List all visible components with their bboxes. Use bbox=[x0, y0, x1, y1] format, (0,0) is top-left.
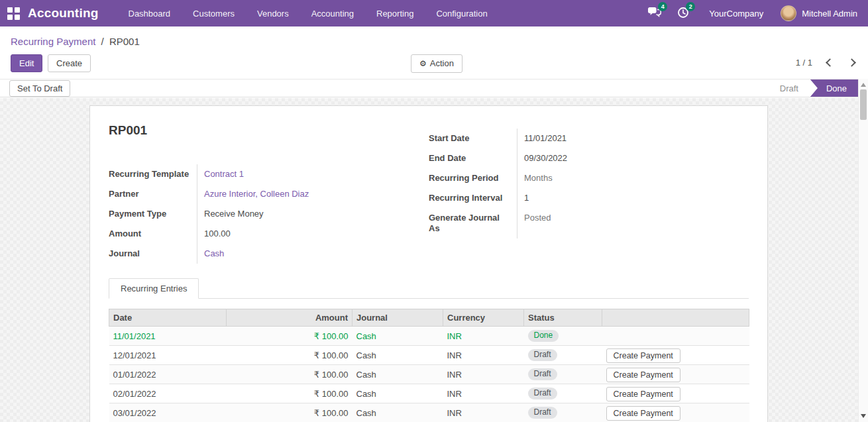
field-value-payment-type: Receive Money bbox=[197, 204, 427, 224]
apps-menu-button[interactable] bbox=[0, 0, 27, 26]
control-panel-buttons: Edit Create ⚙Action 1 / 1 bbox=[11, 54, 857, 73]
field-label-end-date: End Date bbox=[429, 148, 517, 168]
cell-currency: INR bbox=[443, 365, 524, 384]
field-label-recurring-interval: Recurring Interval bbox=[429, 188, 517, 208]
edit-button[interactable]: Edit bbox=[11, 54, 42, 72]
cell-date: 11/01/2021 bbox=[109, 327, 227, 346]
top-navbar: Accounting Dashboard Customers Vendors A… bbox=[0, 0, 868, 26]
cell-actions: Create Payment bbox=[602, 365, 749, 384]
app-brand[interactable]: Accounting bbox=[28, 6, 99, 21]
pager: 1 / 1 bbox=[796, 58, 855, 68]
cell-amount: ₹ 100.00 bbox=[227, 327, 353, 346]
tab-recurring-entries[interactable]: Recurring Entries bbox=[109, 278, 199, 299]
table-row[interactable]: 03/01/2022 ₹ 100.00 Cash INR Draft Creat… bbox=[109, 403, 749, 422]
menu-accounting[interactable]: Accounting bbox=[300, 0, 365, 26]
field-label-start-date: Start Date bbox=[429, 129, 517, 148]
table-row[interactable]: 11/01/2021 ₹ 100.00 Cash INR Done bbox=[109, 327, 749, 346]
column-header-journal[interactable]: Journal bbox=[353, 309, 443, 327]
breadcrumb-parent-link[interactable]: Recurring Payment bbox=[11, 36, 95, 47]
form-sheet: RP001 Recurring Template Contract 1 Part… bbox=[89, 105, 768, 422]
create-payment-button[interactable]: Create Payment bbox=[606, 368, 680, 382]
user-avatar bbox=[781, 5, 796, 21]
table-row[interactable]: 12/01/2021 ₹ 100.00 Cash INR Draft Creat… bbox=[109, 346, 749, 365]
breadcrumb: Recurring Payment / RP001 bbox=[11, 34, 857, 50]
messages-button[interactable]: 4 bbox=[647, 7, 661, 20]
messages-count-badge: 4 bbox=[658, 2, 667, 11]
field-value-end-date: 09/30/2022 bbox=[517, 148, 747, 168]
gear-icon: ⚙ bbox=[419, 59, 427, 68]
menu-dashboard[interactable]: Dashboard bbox=[117, 0, 182, 26]
user-name: Mitchell Admin bbox=[802, 9, 857, 19]
column-header-currency[interactable]: Currency bbox=[443, 309, 524, 327]
column-header-amount[interactable]: Amount bbox=[227, 309, 353, 327]
scroll-down-arrow-icon[interactable] bbox=[861, 414, 866, 418]
field-label-generate-journal-as: Generate Journal As bbox=[429, 208, 517, 238]
cell-status: Draft bbox=[524, 346, 602, 365]
cell-status: Draft bbox=[524, 384, 602, 403]
field-value-recurring-template[interactable]: Contract 1 bbox=[197, 164, 427, 184]
pager-next-button chevron-right-icon[interactable] bbox=[847, 58, 856, 67]
cell-journal: Cash bbox=[353, 365, 443, 384]
scroll-up-arrow-icon[interactable] bbox=[861, 83, 866, 87]
status-badge: Draft bbox=[528, 349, 557, 361]
field-value-journal[interactable]: Cash bbox=[197, 244, 427, 264]
table-row[interactable]: 02/01/2022 ₹ 100.00 Cash INR Draft Creat… bbox=[109, 384, 749, 403]
create-payment-button[interactable]: Create Payment bbox=[606, 348, 680, 363]
pager-previous-button chevron-left-icon[interactable] bbox=[826, 58, 834, 67]
form-view-background: RP001 Recurring Template Contract 1 Part… bbox=[0, 98, 858, 422]
activities-count-badge: 2 bbox=[686, 2, 695, 11]
menu-configuration[interactable]: Configuration bbox=[425, 0, 498, 26]
menu-vendors[interactable]: Vendors bbox=[246, 0, 300, 26]
company-switcher[interactable]: YourCompany bbox=[709, 9, 763, 19]
main-menu: Dashboard Customers Vendors Accounting R… bbox=[117, 0, 499, 26]
status-badge: Draft bbox=[528, 388, 557, 399]
field-value-recurring-period: Months bbox=[517, 168, 747, 188]
create-button[interactable]: Create bbox=[48, 54, 91, 72]
cell-journal: Cash bbox=[353, 403, 443, 422]
table-row[interactable]: 01/01/2022 ₹ 100.00 Cash INR Draft Creat… bbox=[109, 365, 749, 384]
column-header-date[interactable]: Date bbox=[109, 309, 227, 327]
cell-status: Done bbox=[524, 327, 602, 346]
form-statusbar: Set To Draft Draft Done bbox=[0, 79, 858, 97]
field-value-start-date: 11/01/2021 bbox=[517, 129, 747, 148]
create-payment-button[interactable]: Create Payment bbox=[606, 406, 680, 421]
breadcrumb-separator: / bbox=[101, 36, 104, 47]
stage-done[interactable]: Done bbox=[810, 79, 858, 97]
control-panel: Recurring Payment / RP001 Edit Create ⚙A… bbox=[0, 26, 868, 79]
set-to-draft-button[interactable]: Set To Draft bbox=[9, 80, 70, 97]
field-label-recurring-period: Recurring Period bbox=[429, 168, 517, 188]
column-header-status[interactable]: Status bbox=[524, 309, 602, 327]
field-label-recurring-template: Recurring Template bbox=[109, 164, 197, 184]
statusbar-stages: Draft Done bbox=[769, 79, 858, 97]
action-button[interactable]: ⚙Action bbox=[411, 54, 462, 73]
cell-journal: Cash bbox=[353, 384, 443, 403]
cell-amount: ₹ 100.00 bbox=[227, 384, 353, 403]
systray: 4 2 YourCompany Mitchell Admin bbox=[639, 0, 868, 26]
cell-date: 03/01/2022 bbox=[109, 403, 227, 422]
cell-actions: Create Payment bbox=[602, 403, 749, 422]
status-badge: Draft bbox=[528, 368, 557, 380]
cell-journal: Cash bbox=[353, 327, 443, 346]
menu-reporting[interactable]: Reporting bbox=[365, 0, 425, 26]
cell-actions: Create Payment bbox=[602, 346, 749, 365]
pager-value: 1 / 1 bbox=[796, 58, 812, 68]
form-field-groups: Recurring Template Contract 1 Partner Az… bbox=[109, 164, 749, 264]
cell-date: 01/01/2022 bbox=[109, 365, 227, 384]
cell-actions bbox=[602, 327, 749, 346]
stage-draft[interactable]: Draft bbox=[769, 79, 809, 97]
apps-grid-icon bbox=[7, 7, 20, 20]
cell-currency: INR bbox=[443, 384, 524, 403]
vertical-scrollbar[interactable] bbox=[858, 79, 868, 422]
scrollbar-thumb[interactable] bbox=[860, 89, 867, 120]
user-menu[interactable]: Mitchell Admin bbox=[781, 5, 857, 21]
cell-journal: Cash bbox=[353, 346, 443, 365]
field-value-amount: 100.00 bbox=[197, 224, 427, 244]
notebook: Recurring Entries Date Amount Journal Cu… bbox=[109, 278, 749, 422]
create-payment-button[interactable]: Create Payment bbox=[606, 387, 680, 401]
menu-customers[interactable]: Customers bbox=[182, 0, 246, 26]
activities-button[interactable]: 2 bbox=[677, 7, 689, 21]
field-value-partner[interactable]: Azure Interior, Colleen Diaz bbox=[197, 184, 427, 204]
breadcrumb-current: RP001 bbox=[109, 36, 140, 47]
status-badge: Draft bbox=[528, 407, 557, 419]
cell-actions: Create Payment bbox=[602, 384, 749, 403]
